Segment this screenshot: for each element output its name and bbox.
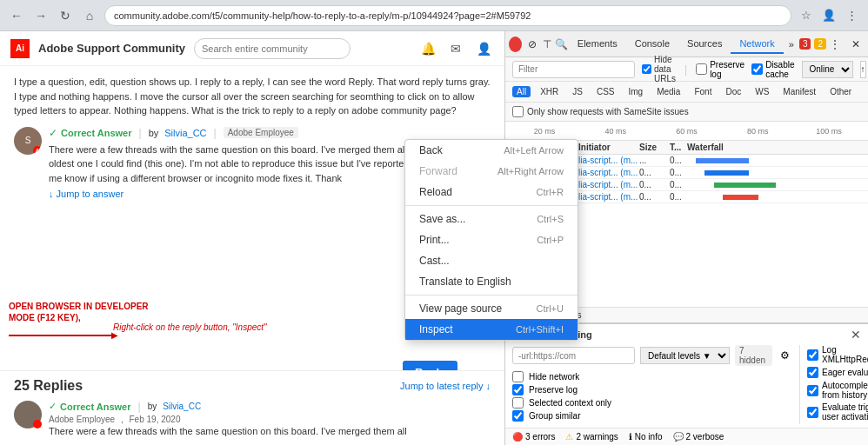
employee-badge: Adobe Employee: [224, 127, 298, 138]
type-img-btn[interactable]: Img: [624, 86, 647, 97]
author-name[interactable]: Silvia_CC: [164, 128, 206, 138]
context-reload-shortcut: Ctrl+R: [537, 187, 564, 197]
info-row[interactable]: ℹ No info: [629, 432, 663, 442]
hide-data-urls-checkbox[interactable]: [642, 64, 651, 74]
hide-network-label: Hide network: [529, 372, 579, 382]
default-levels-select[interactable]: Default levels ▼: [640, 347, 730, 364]
reply-author[interactable]: Silvia_CC: [163, 402, 201, 411]
context-source-shortcut: Ctrl+U: [537, 303, 564, 314]
devtools-filter-icon[interactable]: ⊤: [540, 36, 555, 53]
type-other-btn[interactable]: Other: [825, 86, 856, 97]
context-forward-label: Forward: [419, 165, 457, 177]
disable-cache-checkbox[interactable]: [751, 63, 763, 75]
header-size[interactable]: Size: [639, 143, 670, 152]
type-js-btn[interactable]: JS: [568, 86, 587, 97]
header-time[interactable]: T...: [670, 143, 687, 152]
context-menu-back[interactable]: Back Alt+Left Arrow: [405, 140, 578, 161]
errors-row[interactable]: 🔴 3 errors: [512, 432, 555, 442]
check-row-2: Eager evaluation: [807, 367, 868, 378]
home-button[interactable]: ⌂: [80, 6, 99, 25]
throttle-select[interactable]: Online: [802, 61, 853, 78]
blocking-right: Log XMLHttpRequests Eager evaluation Aut…: [799, 345, 868, 424]
type-font-btn[interactable]: Font: [690, 86, 716, 97]
reply-item: ✓ Correct Answer | by Silvia_CC Adobe Em…: [14, 401, 491, 439]
row3-waterfall: [687, 182, 865, 189]
same-site-toolbar: Only show requests with SameSite issues: [505, 103, 868, 122]
devtools-search-icon[interactable]: 🔍: [554, 36, 569, 53]
context-menu-save[interactable]: Save as... Ctrl+S: [405, 209, 578, 229]
address-bar[interactable]: [104, 5, 791, 26]
user-avatar[interactable]: 👤: [473, 38, 494, 59]
timeline-40ms: 40 ms: [580, 127, 651, 136]
bookmark-icon[interactable]: ☆: [797, 6, 816, 25]
upload-icon[interactable]: ↑: [860, 61, 866, 78]
search-input[interactable]: [194, 38, 351, 59]
header-initiator[interactable]: Initiator: [578, 143, 639, 152]
devtools-record-button[interactable]: [509, 37, 522, 52]
type-css-btn[interactable]: CSS: [592, 86, 619, 97]
devtools-tab-console[interactable]: Console: [626, 35, 678, 54]
context-menu-translate[interactable]: Translate to English: [405, 271, 578, 292]
reply-button[interactable]: Reply: [403, 361, 457, 370]
devtools-tab-more[interactable]: »: [784, 36, 799, 53]
context-save-shortcut: Ctrl+S: [537, 214, 564, 224]
warnings-row[interactable]: ⚠ 2 warnings: [565, 432, 618, 442]
blocking-close-button[interactable]: ✕: [851, 328, 861, 342]
preserve-log-check2[interactable]: [512, 384, 524, 395]
devtools-stop-icon[interactable]: ⊘: [525, 36, 540, 53]
post-text: I type a question, edit, question shows …: [14, 75, 491, 118]
messages-icon[interactable]: ✉: [445, 38, 466, 59]
devtools-close-icon[interactable]: ✕: [847, 36, 865, 53]
type-doc-btn[interactable]: Doc: [721, 86, 745, 97]
hidden-count-badge: 7 hidden: [735, 345, 772, 366]
timeline-80ms: 80 ms: [722, 127, 793, 136]
context-menu-cast[interactable]: Cast...: [405, 250, 578, 271]
evaluate-triggers-checkbox[interactable]: [807, 407, 818, 418]
filter-input[interactable]: [512, 61, 635, 78]
blocking-filter-input[interactable]: [512, 347, 635, 364]
log-xmlhttp-checkbox[interactable]: [807, 349, 818, 361]
context-menu: Back Alt+Left Arrow Forward Alt+Right Ar…: [404, 139, 578, 341]
type-manifest-btn[interactable]: Manifest: [778, 86, 820, 97]
autocomplete-checkbox[interactable]: [807, 385, 818, 396]
hide-network-checkbox[interactable]: [512, 371, 524, 382]
refresh-button[interactable]: ↻: [56, 6, 75, 25]
type-all-btn[interactable]: All: [512, 86, 531, 97]
type-ws-btn[interactable]: WS: [751, 86, 773, 97]
context-sep-2: [405, 295, 578, 296]
jump-latest-link[interactable]: Jump to latest reply ↓: [400, 381, 491, 391]
profile-icon[interactable]: 👤: [819, 6, 838, 25]
annotation-text-2: Right-click on the reply button, "Inspec…: [113, 322, 267, 332]
row4-initiator: lia-script... (m...: [578, 192, 639, 202]
context-menu-view-source[interactable]: View page source Ctrl+U: [405, 298, 578, 319]
devtools-tab-elements[interactable]: Elements: [569, 35, 626, 54]
context-menu-inspect[interactable]: Inspect Ctrl+Shift+I: [405, 319, 578, 340]
devtools-tab-network[interactable]: Network: [731, 35, 783, 54]
eager-eval-checkbox[interactable]: [807, 367, 818, 378]
jump-to-answer[interactable]: ↓ Jump to answer: [49, 189, 124, 199]
type-media-btn[interactable]: Media: [652, 86, 684, 97]
forward-button[interactable]: →: [31, 6, 50, 25]
devtools-tab-sources[interactable]: Sources: [678, 35, 731, 54]
same-site-checkbox[interactable]: [512, 106, 524, 117]
notifications-icon[interactable]: 🔔: [417, 38, 438, 59]
menu-icon[interactable]: ⋮: [842, 6, 861, 25]
context-menu-forward[interactable]: Forward Alt+Right Arrow: [405, 161, 578, 182]
header-waterfall[interactable]: Waterfall: [687, 143, 865, 152]
group-similar-checkbox[interactable]: [512, 410, 524, 422]
warning-icon: ⚠: [565, 432, 573, 442]
devtools-settings-icon[interactable]: ⋮: [826, 36, 844, 53]
disable-cache-label: Disable cache: [751, 60, 794, 79]
context-menu-print[interactable]: Print... Ctrl+P: [405, 229, 578, 250]
selected-context-checkbox[interactable]: [512, 397, 524, 408]
error-badge: 3: [799, 38, 811, 50]
row4-time: 0...: [670, 192, 687, 202]
back-button[interactable]: ←: [7, 6, 26, 25]
verbose-row[interactable]: 💬 2 verbose: [673, 432, 724, 442]
timeline-20ms: 20 ms: [509, 127, 580, 136]
settings-gear-icon[interactable]: ⚙: [778, 347, 792, 364]
context-back-label: Back: [419, 144, 443, 156]
type-xhr-btn[interactable]: XHR: [536, 86, 563, 97]
context-menu-reload[interactable]: Reload Ctrl+R: [405, 182, 578, 203]
preserve-log-checkbox[interactable]: [696, 63, 707, 75]
